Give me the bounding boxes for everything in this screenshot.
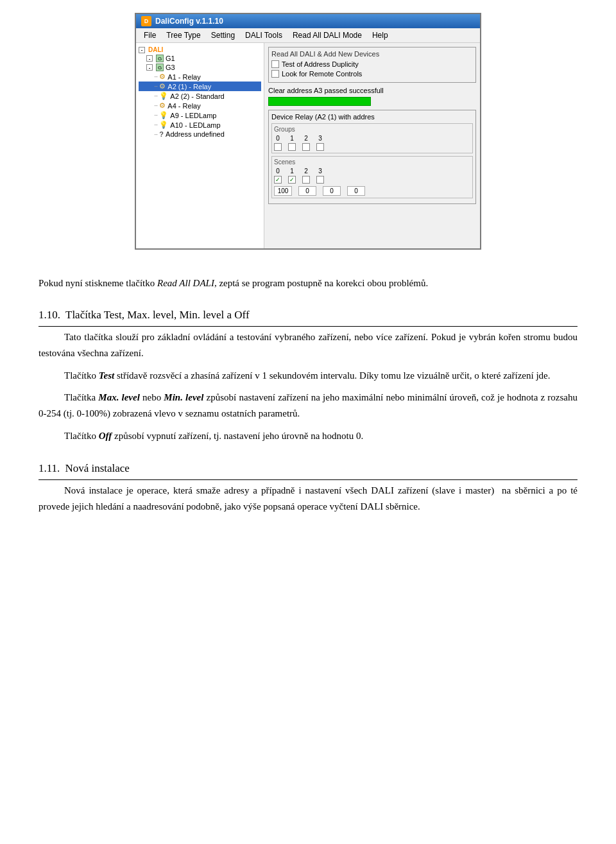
menu-tree-type[interactable]: Tree Type xyxy=(161,30,205,41)
groups-label: Groups xyxy=(274,126,470,133)
scene-cell-0: 0 ✓ xyxy=(274,168,282,184)
tree-dots-a9: ··· xyxy=(154,112,157,119)
group-num-1: 1 xyxy=(290,135,294,142)
scene-num-3: 3 xyxy=(318,168,322,175)
menu-dali-tools[interactable]: DALI Tools xyxy=(240,30,287,41)
tree-label-g1: G1 xyxy=(166,55,175,62)
tree-label-undefined: Address undefined xyxy=(166,130,225,138)
group-check-2[interactable] xyxy=(302,143,310,151)
tree-label-a2-1: A2 (1) - Relay xyxy=(167,83,211,90)
tree-node-dali[interactable]: - DALI xyxy=(139,46,261,54)
tree-node-a9[interactable]: ··· 💡 A9 - LEDLamp xyxy=(139,110,261,120)
scenes-values-row: 100 0 0 0 xyxy=(274,186,470,196)
tree-label-a10: A10 - LEDLamp xyxy=(170,121,220,129)
tree-node-g1[interactable]: - G G1 xyxy=(139,54,261,63)
paragraph-1-10-4: Tlačítko Off způsobí vypnutí zařízení, t… xyxy=(38,428,578,444)
section-header-1-10: 1.10. Tlačítka Test, Max. level, Min. le… xyxy=(38,306,578,327)
tree-label-a1: A1 - Relay xyxy=(167,73,200,81)
dali-icon: DALI xyxy=(148,46,163,53)
unknown-icon: ? xyxy=(159,130,164,138)
tree-node-a2-1[interactable]: ··· ⚙ A2 (1) - Relay xyxy=(139,82,261,91)
checkbox-duplicity[interactable] xyxy=(271,60,279,68)
section-title-1-10: Tlačítka Test, Max. level, Min. level a … xyxy=(65,306,250,323)
group-icon-g1: G xyxy=(156,55,164,62)
tree-label-a9: A9 - LEDLamp xyxy=(170,112,216,119)
checkbox-duplicity-label: Test of Address Duplicity xyxy=(282,60,359,68)
group-num-0: 0 xyxy=(276,135,280,142)
relay-icon-a4: ⚙ xyxy=(159,101,166,110)
expand-g3[interactable]: - xyxy=(146,64,153,71)
device-title: Device Relay (A2 (1) with addres xyxy=(271,113,473,121)
relay-icon-a2-1: ⚙ xyxy=(159,82,166,90)
scene-check-0[interactable]: ✓ xyxy=(274,176,282,184)
section-number-1-10: 1.10. xyxy=(38,306,60,323)
scene-check-1[interactable]: ✓ xyxy=(288,176,296,184)
checkbox-remote[interactable] xyxy=(271,70,279,78)
tree-node-undefined[interactable]: ··· ? Address undefined xyxy=(139,130,261,139)
group-cell-0: 0 xyxy=(274,135,282,151)
max-level-label: Max. level xyxy=(98,392,140,402)
tree-node-a4[interactable]: ··· ⚙ A4 - Relay xyxy=(139,101,261,110)
app-content: - DALI - G G1 - G G3 ··· xyxy=(136,43,480,248)
tree-dots-a1: ··· xyxy=(154,73,157,80)
scene-val-3[interactable]: 0 xyxy=(347,186,365,196)
group-check-1[interactable] xyxy=(288,143,296,151)
test-label: Test xyxy=(99,370,114,381)
paragraph-1-10-3: Tlačítka Max. level nebo Min. level způs… xyxy=(38,390,578,422)
tree-dots-undefined: ··· xyxy=(154,131,157,138)
scene-num-0: 0 xyxy=(276,168,280,175)
read-all-title: Read All DALI & Add New Devices xyxy=(271,50,473,58)
scenes-label: Scenes xyxy=(274,159,470,166)
tree-node-g3[interactable]: - G G3 xyxy=(139,63,261,72)
scene-num-1: 1 xyxy=(290,168,294,175)
window-title: DaliConfig v.1.1.10 xyxy=(155,17,223,26)
checkbox-row-1: Test of Address Duplicity xyxy=(271,60,473,68)
app-icon: D xyxy=(141,16,151,26)
scene-val-1[interactable]: 0 xyxy=(298,186,316,196)
read-all-group: Read All DALI & Add New Devices Test of … xyxy=(268,47,476,83)
scenes-grid: 0 ✓ 1 ✓ 2 3 xyxy=(274,168,470,184)
menu-read-all[interactable]: Read All DALI Mode xyxy=(287,30,367,41)
status-text: Clear address A3 passed successfull xyxy=(268,87,476,94)
scene-cell-1: 1 ✓ xyxy=(288,168,296,184)
progress-bar xyxy=(268,97,371,106)
tree-label-a4: A4 - Relay xyxy=(167,102,200,110)
scene-check-3[interactable] xyxy=(316,176,324,184)
tree-node-a2-2[interactable]: ··· 💡 A2 (2) - Standard xyxy=(139,91,261,101)
group-check-3[interactable] xyxy=(316,143,324,151)
group-num-3: 3 xyxy=(318,135,322,142)
tree-node-a10[interactable]: ··· 💡 A10 - LEDLamp xyxy=(139,120,261,130)
section-content-1-10: Tato tlačítka slouží pro základní ovládá… xyxy=(38,329,578,444)
paragraph-1-11-1: Nová instalace je operace, která smaže a… xyxy=(38,483,578,515)
title-bar: D DaliConfig v.1.1.10 xyxy=(136,14,480,28)
led-icon-a9: 💡 xyxy=(159,111,168,119)
scene-check-2[interactable] xyxy=(302,176,310,184)
menu-file[interactable]: File xyxy=(139,30,161,41)
tree-dots-a2-1: ··· xyxy=(154,83,157,90)
paragraph-1-10-1: Tato tlačítka slouží pro základní ovládá… xyxy=(38,329,578,361)
section-1-10: 1.10. Tlačítka Test, Max. level, Min. le… xyxy=(38,306,578,444)
section-title-1-11: Nová instalace xyxy=(65,460,130,477)
group-cell-2: 2 xyxy=(302,135,310,151)
tree-label-a2-2: A2 (2) - Standard xyxy=(170,92,224,100)
tree-dots-a2-2: ··· xyxy=(154,92,157,99)
relay-icon-a1: ⚙ xyxy=(159,73,166,81)
tree-label-g3: G3 xyxy=(166,64,175,71)
expand-g1[interactable]: - xyxy=(146,55,153,62)
group-icon-g3: G xyxy=(156,64,164,71)
min-level-label: Min. level xyxy=(164,392,203,402)
expand-dali[interactable]: - xyxy=(139,47,145,53)
scene-val-0[interactable]: 100 xyxy=(274,186,292,196)
screenshot-container: D DaliConfig v.1.1.10 File Tree Type Set… xyxy=(0,0,616,256)
paragraph-1-10-2: Tlačítko Test střídavě rozsvěcí a zhasín… xyxy=(38,368,578,384)
menu-help[interactable]: Help xyxy=(367,30,393,41)
group-check-0[interactable] xyxy=(274,143,282,151)
tree-node-a1[interactable]: ··· ⚙ A1 - Relay xyxy=(139,72,261,82)
tree-dots-a10: ··· xyxy=(154,121,157,128)
scene-val-2[interactable]: 0 xyxy=(323,186,341,196)
scenes-subgroup: Scenes 0 ✓ 1 ✓ 2 xyxy=(271,156,473,198)
intro-italic-read: Read All DALI xyxy=(157,278,214,288)
menu-setting[interactable]: Setting xyxy=(206,30,240,41)
tree-dots-a4: ··· xyxy=(154,102,157,109)
intro-paragraph: Pokud nyní stiskneme tlačítko Read All D… xyxy=(38,275,578,291)
